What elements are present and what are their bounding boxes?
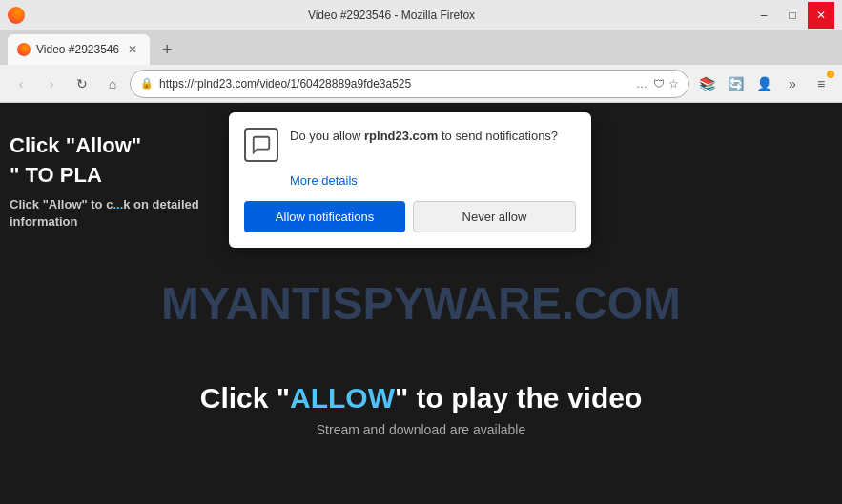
tab-close-button[interactable]: ✕ bbox=[125, 42, 140, 57]
allow-cta-text: Click "ALLOW" to play the video bbox=[0, 382, 842, 414]
notification-chat-icon bbox=[244, 128, 278, 162]
tab-title: Video #2923546 bbox=[36, 43, 119, 56]
address-bar[interactable]: 🔒 https://rplnd23.com/video/1/60428889a9… bbox=[130, 70, 689, 98]
extensions-button[interactable]: » bbox=[779, 71, 806, 97]
page-left-text: Click "Allow" " TO PLA Click "Allow" to … bbox=[10, 131, 199, 231]
url-text: https://rplnd23.com/video/1/60428889a9fd… bbox=[159, 77, 630, 91]
navbar: ‹ › ↻ ⌂ 🔒 https://rplnd23.com/video/1/60… bbox=[0, 65, 842, 103]
titlebar: Video #2923546 - Mozilla Firefox – □ ✕ bbox=[0, 0, 842, 30]
more-details-link[interactable]: More details bbox=[290, 173, 576, 188]
window-title: Video #2923546 - Mozilla Firefox bbox=[32, 9, 750, 22]
close-window-button[interactable]: ✕ bbox=[808, 2, 834, 29]
library-icon[interactable]: 📚 bbox=[693, 71, 720, 97]
reload-button[interactable]: ↻ bbox=[69, 71, 95, 97]
firefox-logo-icon bbox=[8, 7, 25, 24]
address-bar-icons: 🛡 ☆ bbox=[653, 77, 679, 91]
watermark: MYANTISPYWARE.COM bbox=[161, 276, 681, 332]
page-center-content: Click "ALLOW" to play the video Stream a… bbox=[0, 382, 842, 437]
forward-button[interactable]: › bbox=[38, 71, 65, 97]
menu-button[interactable]: ≡ bbox=[808, 71, 834, 97]
url-more-icon: … bbox=[636, 77, 647, 91]
navbar-right-icons: 📚 🔄 👤 » ≡ bbox=[693, 71, 834, 97]
home-button[interactable]: ⌂ bbox=[99, 71, 126, 97]
page-content: Click "Allow" " TO PLA Click "Allow" to … bbox=[0, 103, 842, 504]
click-allow-heading: Click "Allow" bbox=[10, 131, 199, 161]
security-lock-icon: 🔒 bbox=[140, 77, 154, 90]
tab-favicon-icon bbox=[17, 43, 31, 56]
bookmark-icon: ☆ bbox=[668, 77, 679, 91]
popup-domain: rplnd23.com bbox=[364, 129, 438, 143]
account-icon[interactable]: 👤 bbox=[750, 71, 777, 97]
minimize-button[interactable]: – bbox=[750, 2, 777, 29]
window-controls: – □ ✕ bbox=[750, 2, 834, 29]
click-allow-desc: Click "Allow" to c...k on detailed bbox=[10, 196, 199, 213]
allow-notifications-button[interactable]: Allow notifications bbox=[244, 201, 405, 232]
sync-icon[interactable]: 🔄 bbox=[722, 71, 749, 97]
never-allow-button[interactable]: Never allow bbox=[413, 201, 576, 232]
popup-question-text: Do you allow rplnd23.com to send notific… bbox=[290, 128, 558, 145]
notification-popup: Do you allow rplnd23.com to send notific… bbox=[229, 112, 591, 248]
new-tab-button[interactable]: + bbox=[154, 36, 180, 63]
popup-buttons: Allow notifications Never allow bbox=[244, 201, 576, 232]
maximize-button[interactable]: □ bbox=[779, 2, 806, 29]
stream-sub-text: Stream and download are available bbox=[0, 422, 842, 437]
tabbar: Video #2923546 ✕ + bbox=[0, 30, 842, 65]
shield-icon: 🛡 bbox=[653, 77, 665, 91]
click-allow-subheading: " TO PLA bbox=[10, 161, 199, 191]
back-button[interactable]: ‹ bbox=[8, 71, 34, 97]
active-tab[interactable]: Video #2923546 ✕ bbox=[8, 34, 150, 65]
popup-header: Do you allow rplnd23.com to send notific… bbox=[244, 128, 576, 162]
information-label: information bbox=[10, 213, 199, 231]
